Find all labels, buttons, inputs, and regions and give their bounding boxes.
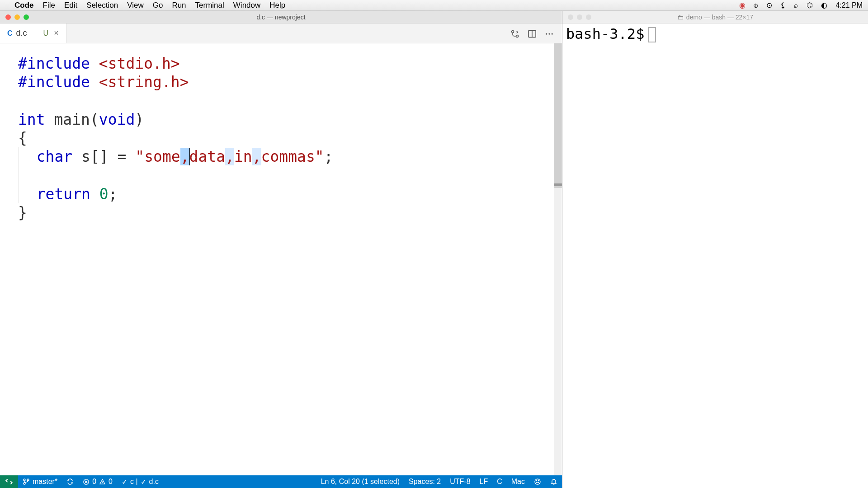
terminal-close-button[interactable] — [568, 14, 573, 20]
siri-icon[interactable]: ◐ — [821, 1, 827, 9]
compare-changes-icon[interactable] — [510, 28, 519, 38]
menu-terminal[interactable]: Terminal — [195, 1, 224, 10]
check-label-2: d.c — [149, 478, 159, 486]
app-menu[interactable]: Code — [14, 1, 34, 10]
menubar-status-icons: ◉ ⌽ ⊙ ⚸ ⌕ ⌬ ◐ 4:21 PM — [739, 1, 863, 9]
code-token: [] — [90, 148, 108, 165]
menu-selection[interactable]: Selection — [86, 1, 118, 10]
bluetooth-icon[interactable]: ⌽ — [754, 1, 758, 9]
match-highlight: , — [225, 148, 234, 165]
split-editor-icon[interactable] — [528, 28, 537, 38]
terminal-window: 🗀 demo — bash — 22×17 bash-3.2$ — [562, 11, 868, 488]
menubar-clock[interactable]: 4:21 PM — [835, 1, 863, 9]
svg-point-9 — [27, 479, 29, 481]
window-controls — [0, 14, 29, 20]
terminal-minimize-button[interactable] — [577, 14, 582, 20]
remote-indicator[interactable] — [0, 475, 18, 488]
svg-point-15 — [537, 481, 537, 481]
terminal-body[interactable]: bash-3.2$ — [562, 23, 868, 488]
screen-record-icon[interactable]: ◉ — [739, 1, 745, 9]
code-token: s — [81, 148, 90, 165]
editor-scrollbar[interactable] — [554, 43, 562, 475]
notifications-icon[interactable] — [546, 475, 562, 488]
scrollbar-thumb[interactable] — [554, 43, 562, 188]
terminal-zoom-button[interactable] — [586, 14, 591, 20]
svg-point-5 — [548, 33, 550, 34]
editor-tab-dc[interactable]: C d.c U × — [0, 23, 66, 43]
vscode-titlebar[interactable]: d.c — newproject — [0, 11, 562, 23]
folder-icon: 🗀 — [677, 14, 684, 21]
code-token: main — [54, 111, 90, 128]
svg-point-8 — [24, 483, 25, 484]
svg-point-1 — [516, 35, 519, 37]
tab-actions — [510, 23, 562, 43]
code-token: <stdio.h> — [99, 55, 180, 72]
code-token: some — [144, 148, 180, 165]
git-status-badge: U — [43, 29, 49, 38]
close-tab-icon[interactable]: × — [54, 28, 59, 38]
terminal-titlebar[interactable]: 🗀 demo — bash — 22×17 — [562, 11, 868, 23]
check-label: c | — [130, 478, 138, 486]
terminal-title: 🗀 demo — bash — 22×17 — [677, 14, 753, 21]
code-token: #include — [18, 55, 90, 72]
warning-count: 0 — [108, 478, 113, 486]
sync-icon[interactable]: ⊙ — [766, 1, 772, 9]
wifi-icon[interactable]: ⚸ — [780, 1, 786, 9]
code-token: char — [37, 148, 72, 165]
desktop: d.c — newproject C d.c U × #inc — [0, 11, 868, 488]
code-token: <string.h> — [99, 73, 189, 91]
encoding-indicator[interactable]: UTF-8 — [445, 475, 475, 488]
code-editor[interactable]: #include <stdio.h> #include <string.h> i… — [0, 43, 562, 475]
minimize-window-button[interactable] — [14, 14, 20, 20]
terminal-prompt: bash-3.2$ — [566, 25, 644, 42]
eol-indicator[interactable]: LF — [475, 475, 493, 488]
language-indicator[interactable]: C — [492, 475, 507, 488]
svg-point-14 — [535, 479, 540, 484]
terminal-window-controls — [562, 14, 591, 20]
more-actions-icon[interactable] — [545, 28, 554, 38]
problems-indicator[interactable]: 0 0 — [78, 475, 117, 488]
code-token: } — [18, 204, 27, 221]
menu-run[interactable]: Run — [172, 1, 186, 10]
menu-view[interactable]: View — [127, 1, 144, 10]
menu-window[interactable]: Window — [233, 1, 260, 10]
menu-edit[interactable]: Edit — [64, 1, 77, 10]
match-highlight: , — [252, 148, 261, 165]
svg-point-16 — [538, 481, 539, 481]
code-token: data — [189, 148, 225, 165]
tasks-indicator[interactable]: ✓c | ✓d.c — [117, 475, 163, 488]
terminal-title-text: demo — bash — 22×17 — [686, 14, 753, 21]
svg-point-0 — [512, 30, 514, 33]
code-token: " — [315, 148, 324, 165]
editor-tab-bar: C d.c U × — [0, 23, 562, 43]
code-token: ; — [108, 185, 118, 203]
zoom-window-button[interactable] — [24, 14, 29, 20]
git-branch-indicator[interactable]: master* — [18, 475, 62, 488]
sync-button[interactable] — [62, 475, 78, 488]
menu-help[interactable]: Help — [269, 1, 285, 10]
svg-point-7 — [24, 479, 25, 481]
code-token: 0 — [99, 185, 108, 203]
code-token: { — [18, 129, 27, 147]
vscode-window: d.c — newproject C d.c U × #inc — [0, 11, 562, 488]
search-icon[interactable]: ⌕ — [794, 1, 798, 9]
indentation-indicator[interactable]: Spaces: 2 — [404, 475, 445, 488]
menu-file[interactable]: File — [43, 1, 55, 10]
selected-text: , — [180, 148, 189, 165]
vscode-statusbar: master* 0 0 ✓c | ✓d.c Ln 6, Col 20 (1 se… — [0, 475, 562, 488]
menu-go[interactable]: Go — [153, 1, 163, 10]
code-token: void — [99, 111, 135, 128]
code-token: ; — [324, 148, 333, 165]
language-badge: C — [7, 29, 13, 38]
close-window-button[interactable] — [5, 14, 11, 20]
control-center-icon[interactable]: ⌬ — [807, 1, 813, 9]
code-token: int — [18, 111, 45, 128]
branch-name: master* — [33, 478, 57, 486]
svg-point-4 — [546, 33, 547, 34]
os-indicator[interactable]: Mac — [507, 475, 529, 488]
code-token: " — [135, 148, 144, 165]
feedback-icon[interactable] — [529, 475, 546, 488]
macos-menubar: Code File Edit Selection View Go Run Ter… — [0, 0, 868, 11]
terminal-cursor — [648, 27, 656, 42]
cursor-position[interactable]: Ln 6, Col 20 (1 selected) — [316, 475, 404, 488]
